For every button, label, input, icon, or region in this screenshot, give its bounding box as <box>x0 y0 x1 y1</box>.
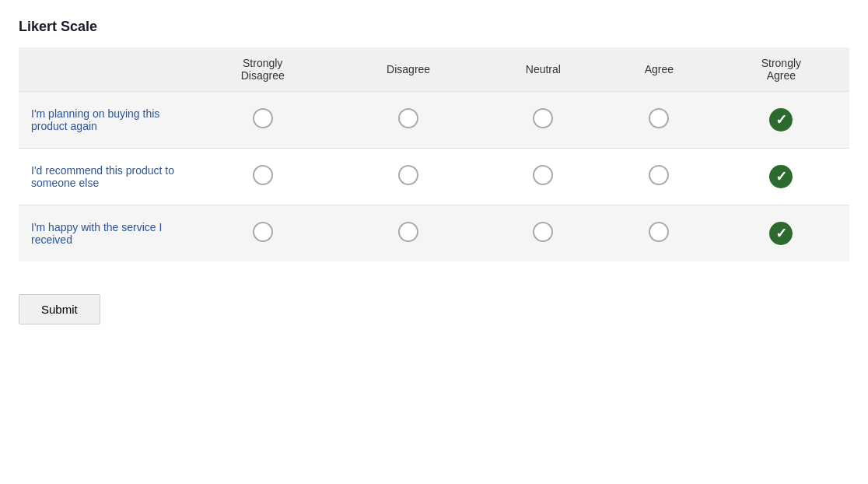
row-label: I'm happy with the service I received <box>19 205 190 262</box>
radio-unchecked-icon[interactable] <box>533 165 553 185</box>
page-title: Likert Scale <box>19 19 849 35</box>
radio-neutral-row0[interactable] <box>481 92 605 149</box>
radio-unchecked-icon[interactable] <box>649 222 669 242</box>
row-label: I'm planning on buying this product agai… <box>19 92 190 149</box>
radio-disagree-row2[interactable] <box>335 205 481 262</box>
table-row: I'm happy with the service I received <box>19 205 849 262</box>
radio-checked-icon[interactable] <box>769 222 793 245</box>
radio-unchecked-icon[interactable] <box>649 108 669 128</box>
radio-unchecked-icon[interactable] <box>253 165 273 185</box>
col-header-agree: Agree <box>605 47 713 92</box>
submit-button[interactable]: Submit <box>19 294 100 324</box>
radio-unchecked-icon[interactable] <box>398 222 418 242</box>
col-header-neutral: Neutral <box>481 47 605 92</box>
radio-checked-icon[interactable] <box>769 165 793 188</box>
row-label: I'd recommend this product to someone el… <box>19 149 190 205</box>
radio-disagree-row1[interactable] <box>335 149 481 205</box>
radio-strongly-disagree-row2[interactable] <box>190 205 335 262</box>
col-header-question <box>19 47 190 92</box>
radio-checked-icon[interactable] <box>769 108 793 132</box>
radio-unchecked-icon[interactable] <box>533 108 553 128</box>
radio-unchecked-icon[interactable] <box>533 222 553 242</box>
radio-strongly-disagree-row0[interactable] <box>190 92 335 149</box>
col-header-strongly-agree: StronglyAgree <box>713 47 849 92</box>
table-row: I'm planning on buying this product agai… <box>19 92 849 149</box>
radio-neutral-row1[interactable] <box>481 149 605 205</box>
table-header-row: StronglyDisagree Disagree Neutral Agree … <box>19 47 849 92</box>
radio-unchecked-icon[interactable] <box>253 222 273 242</box>
radio-disagree-row0[interactable] <box>335 92 481 149</box>
radio-strongly-disagree-row1[interactable] <box>190 149 335 205</box>
radio-agree-row1[interactable] <box>605 149 713 205</box>
radio-unchecked-icon[interactable] <box>398 108 418 128</box>
radio-unchecked-icon[interactable] <box>253 108 273 128</box>
radio-strongly-agree-row0[interactable] <box>713 92 849 149</box>
radio-unchecked-icon[interactable] <box>649 165 669 185</box>
radio-unchecked-icon[interactable] <box>398 165 418 185</box>
radio-strongly-agree-row2[interactable] <box>713 205 849 262</box>
table-row: I'd recommend this product to someone el… <box>19 149 849 205</box>
radio-agree-row0[interactable] <box>605 92 713 149</box>
radio-agree-row2[interactable] <box>605 205 713 262</box>
radio-neutral-row2[interactable] <box>481 205 605 262</box>
col-header-strongly-disagree: StronglyDisagree <box>190 47 335 92</box>
radio-strongly-agree-row1[interactable] <box>713 149 849 205</box>
likert-table: StronglyDisagree Disagree Neutral Agree … <box>19 47 849 261</box>
col-header-disagree: Disagree <box>335 47 481 92</box>
